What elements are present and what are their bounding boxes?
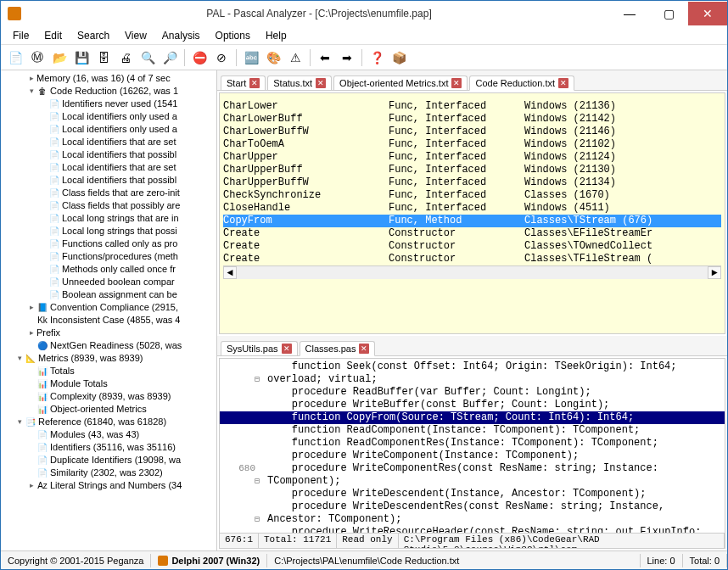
tab-close-icon[interactable]: ✕: [282, 344, 292, 354]
tree-item[interactable]: 📄Identifiers (35116, was 35116): [3, 441, 215, 454]
tree-panel[interactable]: ▸Memory (16, was 16) (4 of 7 sec▾🗑Code R…: [1, 70, 217, 550]
menu-edit[interactable]: Edit: [37, 28, 69, 43]
horizontal-scrollbar[interactable]: ◄ ►: [223, 265, 721, 279]
expander-icon[interactable]: ▾: [14, 416, 25, 428]
tree-item[interactable]: 📄Local identifiers that possibl: [3, 174, 215, 187]
code-line[interactable]: function ReadComponentRes(Instance: TCom…: [220, 437, 725, 450]
tree-item[interactable]: 📄Class fields that possibly are: [3, 199, 215, 212]
tree-item[interactable]: ▸AzLiteral Strings and Numbers (34: [3, 479, 215, 492]
report-row[interactable]: CharUpperBuffWFunc, InterfacedWindows (2…: [223, 176, 721, 189]
tree-item[interactable]: 📊Totals: [3, 365, 215, 377]
expander-icon[interactable]: ▸: [26, 327, 36, 339]
tab-status-txt[interactable]: Status.txt✕: [267, 75, 332, 90]
tab-object-oriented-metrics-txt[interactable]: Object-oriented Metrics.txt✕: [333, 75, 468, 90]
tree-item[interactable]: 📄Local identifiers that possibl: [3, 148, 215, 161]
code-line[interactable]: function CopyFrom(Source: TStream; Count…: [220, 411, 725, 424]
report-row[interactable]: CharLowerFunc, InterfacedWindows (21136): [223, 100, 721, 113]
back-icon[interactable]: ⬅: [316, 48, 334, 67]
report-row[interactable]: CharLowerBuffFunc, InterfacedWindows (21…: [223, 113, 721, 126]
tree-item[interactable]: 📄Local long strings that possi: [3, 225, 215, 238]
maximize-button[interactable]: ▢: [649, 2, 688, 25]
fold-icon[interactable]: ⊟: [252, 513, 262, 526]
code-line[interactable]: ⊟TComponent);: [220, 475, 725, 488]
code-line[interactable]: procedure WriteDescendent(Instance, Ance…: [220, 488, 725, 500]
tree-item[interactable]: ▾📐Metrics (8939, was 8939): [3, 352, 215, 365]
new-icon[interactable]: 📄: [6, 48, 25, 67]
menu-analysis[interactable]: Analysis: [155, 28, 207, 43]
report-row[interactable]: CharToOemAFunc, InterfacedWindows (21102…: [223, 138, 721, 151]
report-row[interactable]: CharUpperFunc, InterfacedWindows (21124): [223, 151, 721, 164]
tree-item[interactable]: ▾📑Reference (61840, was 61828): [3, 416, 215, 428]
tree-item[interactable]: 📄Modules (43, was 43): [3, 428, 215, 441]
tree-item[interactable]: 📄Local identifiers only used a: [3, 123, 215, 136]
tree-item[interactable]: KkInconsistent Case (4855, was 4: [3, 314, 215, 327]
tree-item[interactable]: 📄Methods only called once fr: [3, 263, 215, 276]
tree-item[interactable]: 📊Object-oriented Metrics: [3, 403, 215, 416]
fold-icon[interactable]: ⊟: [252, 475, 262, 488]
tab-code-reduction-txt[interactable]: Code Reduction.txt✕: [469, 75, 574, 91]
report-row[interactable]: CharUpperBuffFunc, InterfacedWindows (21…: [223, 164, 721, 176]
tab-start[interactable]: Start✕: [221, 75, 266, 90]
menu-options[interactable]: Options: [209, 28, 257, 43]
report-pane[interactable]: CharLowerFunc, InterfacedWindows (21136)…: [219, 92, 725, 334]
report-row[interactable]: CreateConstructorClasses\EFileStreamEr: [223, 227, 721, 240]
tree-item[interactable]: 📄Identifiers never used (1541: [3, 98, 215, 110]
tab-close-icon[interactable]: ✕: [316, 78, 326, 88]
code-line[interactable]: procedure WriteDescendentRes(const ResNa…: [220, 500, 725, 513]
code-line[interactable]: ⊟Ancestor: TComponent);: [220, 513, 725, 526]
tree-item[interactable]: 📄Unneeded boolean compar: [3, 276, 215, 288]
report-row[interactable]: CreateConstructorClasses\TFileStream (: [223, 253, 721, 265]
report-row[interactable]: CharLowerBuffWFunc, InterfacedWindows (2…: [223, 126, 721, 138]
print-icon[interactable]: 🖨: [116, 48, 135, 67]
open-icon[interactable]: 📂: [50, 48, 69, 67]
menu-view[interactable]: View: [118, 28, 154, 43]
code-line[interactable]: procedure WriteResourceHeader(const ResN…: [220, 526, 725, 533]
tab-classes-pas[interactable]: Classes.pas✕: [300, 341, 376, 356]
tree-item[interactable]: ▸Prefix: [3, 327, 215, 339]
save-icon[interactable]: 💾: [72, 48, 91, 67]
find-icon[interactable]: 🔍: [138, 48, 157, 67]
tree-item[interactable]: 📄Similarity (2302, was 2302): [3, 467, 215, 479]
expander-icon[interactable]: ▾: [14, 352, 25, 365]
stop-icon[interactable]: ⛔: [190, 48, 209, 67]
scroll-right-icon[interactable]: ►: [708, 266, 721, 279]
code-pane[interactable]: function Seek(const Offset: Int64; Origi…: [219, 358, 725, 549]
tree-item[interactable]: 📄Local identifiers that are set: [3, 161, 215, 174]
palette-icon[interactable]: 🎨: [264, 48, 283, 67]
tree-item[interactable]: ▾🗑Code Reduction (16262, was 1: [3, 85, 215, 98]
toggle-icon[interactable]: 🔤: [242, 48, 260, 67]
expander-icon[interactable]: ▾: [26, 85, 36, 98]
tab-close-icon[interactable]: ✕: [558, 78, 568, 88]
minimize-button[interactable]: —: [610, 2, 649, 25]
tree-item[interactable]: 📊Complexity (8939, was 8939): [3, 390, 215, 403]
fold-icon[interactable]: ⊟: [252, 373, 262, 386]
cube-icon[interactable]: 📦: [389, 48, 408, 67]
tree-item[interactable]: 📄Local identifiers that are set: [3, 136, 215, 148]
report-row[interactable]: CopyFromFunc, MethodClasses\TStream (676…: [223, 215, 721, 227]
tree-item[interactable]: 📄Class fields that are zero-init: [3, 187, 215, 199]
tree-item[interactable]: 📄Duplicate Identifiers (19098, wa: [3, 454, 215, 467]
report-row[interactable]: CreateConstructorClasses\TOwnedCollect: [223, 240, 721, 253]
expander-icon[interactable]: ▸: [26, 301, 36, 314]
tree-item[interactable]: ▸Memory (16, was 16) (4 of 7 sec: [3, 72, 215, 85]
tree-item[interactable]: 📄Boolean assignment can be: [3, 288, 215, 301]
tab-close-icon[interactable]: ✕: [359, 344, 369, 354]
code-line[interactable]: 680 procedure WriteComponentRes(const Re…: [220, 462, 725, 475]
tab-close-icon[interactable]: ✕: [249, 78, 260, 88]
stop2-icon[interactable]: ⊘: [212, 48, 231, 67]
code-line[interactable]: function ReadComponent(Instance: TCompon…: [220, 424, 725, 437]
tree-item[interactable]: 📄Functions called only as pro: [3, 238, 215, 250]
tree-item[interactable]: 📊Module Totals: [3, 377, 215, 390]
save2-icon[interactable]: 🗄: [94, 48, 113, 67]
tab-sysutils-pas[interactable]: SysUtils.pas✕: [221, 341, 298, 355]
tree-item[interactable]: ▸📘Convention Compliance (2915,: [3, 301, 215, 314]
code-line[interactable]: procedure ReadBuffer(var Buffer; Count: …: [220, 386, 725, 399]
menu-help[interactable]: Help: [259, 28, 294, 43]
tree-item[interactable]: 📄Functions/procedures (meth: [3, 250, 215, 263]
tree-item[interactable]: 🔵NextGen Readiness (5028, was: [3, 339, 215, 352]
code-line[interactable]: function Seek(const Offset: Int64; Origi…: [220, 360, 725, 373]
tree-item[interactable]: 📄Local long strings that are in: [3, 212, 215, 225]
menu-search[interactable]: Search: [70, 28, 116, 43]
help-icon[interactable]: ❓: [367, 48, 386, 67]
code-line[interactable]: ⊟overload; virtual;: [220, 373, 725, 386]
